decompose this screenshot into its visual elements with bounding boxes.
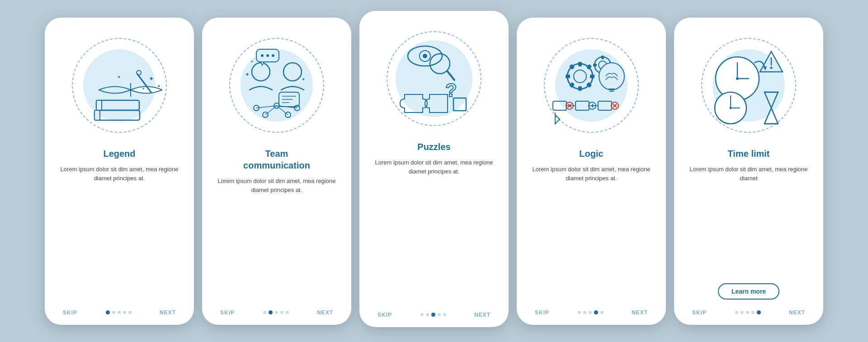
svg-rect-53 [601,56,604,59]
dot-5 [128,311,132,314]
svg-rect-2 [96,100,139,110]
legend-nav: SKIP NEXT [56,305,183,316]
phone-screen-logic: Logic Lorem ipsum dolor sit dim amet, me… [517,18,666,325]
svg-point-36 [423,54,427,58]
svg-text:✦: ✦ [149,75,154,82]
phone-legend: ✦ ✦ ✦ ✦ Legend Lorem ipsum dolor sit dim… [45,18,194,325]
legend-description: Lorem ipsum dolor sit dim amet, mea regi… [56,165,183,297]
svg-point-16 [272,54,274,57]
team-description: Lorem ipsum dolor sit dim amet, mea regi… [213,177,340,297]
logic-icon [546,40,637,131]
dot-2 [741,311,744,314]
team-title: Team communication [243,148,310,171]
svg-rect-43 [578,62,582,66]
illustration-puzzles: ? [380,24,488,133]
dot-5 [286,311,289,314]
logic-skip[interactable]: SKIP [535,309,549,316]
svg-point-57 [599,63,624,90]
svg-point-12 [283,63,302,81]
svg-marker-74 [555,112,560,124]
time-limit-icon [701,38,796,133]
svg-rect-60 [553,101,566,110]
legend-title: Legend [103,148,135,159]
svg-point-42 [574,70,586,83]
dot-4 [123,311,126,314]
svg-line-25 [256,106,277,108]
svg-rect-44 [578,86,582,91]
phone-screen-team: ✦ ✦ ✦ Team communication Lorem ipsum dol… [202,18,351,325]
learn-more-button[interactable]: Learn more [718,283,779,300]
team-dots [263,310,289,314]
svg-text:✦: ✦ [302,77,305,82]
team-nav: SKIP NEXT [213,305,340,316]
puzzles-skip[interactable]: SKIP [377,312,392,318]
time-skip[interactable]: SKIP [692,309,707,316]
dot-1 [735,311,738,314]
phone-logic: Logic Lorem ipsum dolor sit dim amet, me… [517,18,666,325]
illustration-legend: ✦ ✦ ✦ ✦ [65,31,174,140]
time-next[interactable]: NEXT [789,309,805,316]
svg-point-11 [252,63,270,81]
dot-1 [578,311,581,314]
time-description: Lorem ipsum dolor sit dim amet, mea regi… [685,165,812,275]
dot-1 [106,310,110,314]
puzzles-icon: ? [387,31,481,126]
dot-5 [443,313,446,316]
svg-text:✦: ✦ [157,84,160,89]
dot-4 [751,311,755,314]
logic-dots [578,310,604,314]
dot-5 [600,311,604,314]
svg-rect-65 [576,101,589,110]
legend-dots [106,310,132,314]
logic-title: Logic [579,148,603,159]
dot-3 [746,311,749,314]
puzzles-next[interactable]: NEXT [474,312,491,318]
svg-rect-1 [94,110,100,120]
time-dots [735,310,761,314]
phone-team-communication: ✦ ✦ ✦ Team communication Lorem ipsum dol… [202,18,351,325]
legend-next[interactable]: NEXT [160,309,176,316]
time-nav: SKIP NEXT [685,305,812,316]
svg-rect-45 [566,75,570,78]
dot-3 [431,313,435,317]
svg-line-38 [447,71,454,80]
legend-icon: ✦ ✦ ✦ ✦ [76,42,162,128]
illustration-logic [537,31,646,140]
dot-5 [757,310,761,314]
team-next[interactable]: NEXT [317,309,333,316]
puzzles-title: Puzzles [417,141,450,153]
dot-3 [275,311,278,314]
svg-text:✦: ✦ [142,87,145,91]
time-title: Time limit [728,148,770,159]
puzzles-description: Lorem ipsum dolor sit dim amet, mea regi… [370,158,498,299]
phone-screen-legend: ✦ ✦ ✦ ✦ Legend Lorem ipsum dolor sit dim… [45,18,194,325]
puzzles-dots [420,313,446,317]
svg-rect-46 [590,75,594,78]
team-skip[interactable]: SKIP [220,309,235,316]
dot-2 [426,313,429,316]
svg-point-82 [770,66,773,69]
svg-point-15 [266,54,269,57]
logic-next[interactable]: NEXT [632,309,648,316]
dot-4 [594,310,598,314]
svg-rect-55 [593,64,597,66]
dot-1 [420,313,424,316]
svg-rect-70 [598,101,612,110]
svg-text:✦: ✦ [117,75,121,80]
dot-2 [269,310,273,314]
illustration-team: ✦ ✦ ✦ [222,31,331,140]
dot-2 [583,311,586,314]
phone-screen-time: Time limit Lorem ipsum dolor sit dim ame… [674,18,823,325]
dot-4 [280,311,283,314]
svg-rect-48 [586,64,592,70]
svg-text:✦: ✦ [245,71,250,78]
team-icon: ✦ ✦ ✦ [231,40,322,131]
svg-point-14 [261,54,264,57]
dot-3 [118,311,121,314]
phone-puzzles: ? Puzzles Lorem ipsum dolor sit dim amet… [359,11,509,327]
phone-time-limit: Time limit Lorem ipsum dolor sit dim ame… [674,18,823,325]
svg-rect-3 [96,100,102,110]
dot-4 [438,313,441,316]
dot-1 [263,311,266,314]
legend-skip[interactable]: SKIP [63,309,77,316]
